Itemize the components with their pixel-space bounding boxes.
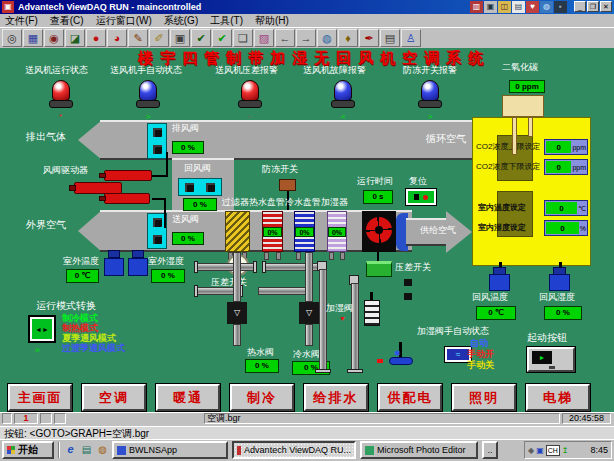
air-filter <box>225 211 250 252</box>
nav-main-screen[interactable]: 主画面 <box>8 384 72 411</box>
task-button-bwlnsapp[interactable]: BWLNSApp <box>112 441 228 459</box>
back-icon[interactable]: ← <box>275 29 295 47</box>
desktop-icon[interactable]: ▤ <box>80 443 93 456</box>
damper-blade-icon <box>153 235 162 244</box>
heart-icon[interactable]: ♥ <box>526 1 539 13</box>
unit-leg <box>296 252 301 260</box>
marker-icon[interactable]: ✒ <box>359 29 379 47</box>
hot-valve-display: 0 % <box>245 359 279 373</box>
return-temp-sensor <box>489 274 510 291</box>
pipe-segment <box>233 324 241 346</box>
menu-file[interactable]: 文件(F) <box>5 14 38 28</box>
start-menu-button[interactable]: 开始 <box>2 441 54 459</box>
snapshot-icon[interactable]: ▣ <box>170 29 190 47</box>
globe-icon[interactable]: ◍ <box>540 1 553 13</box>
palette-icon[interactable]: ▨ <box>254 29 274 47</box>
cold-water-valve[interactable]: ▽ <box>299 302 319 324</box>
more-tasks-button[interactable]: .. <box>482 441 498 459</box>
butterfly-valve[interactable] <box>389 357 413 365</box>
lamp-base <box>418 100 442 108</box>
return-damper-label: 回风阀 <box>184 164 211 173</box>
terminal-block <box>404 293 412 300</box>
picture-icon[interactable]: ▤ <box>512 1 525 13</box>
nav-refrigeration[interactable]: 制冷 <box>230 384 294 411</box>
hot-water-valve[interactable]: ▽ <box>227 302 247 324</box>
start-button[interactable]: ▸ <box>527 347 575 372</box>
bag-icon[interactable]: ♦ <box>338 29 358 47</box>
exhaust-damper[interactable] <box>147 123 167 159</box>
humid-manual-on-label: 手动开 <box>467 350 494 359</box>
room-temp-setpoint[interactable]: 0 ℃ <box>544 200 588 216</box>
return-damper[interactable] <box>178 178 222 196</box>
updown-icon[interactable]: ↥ <box>562 446 569 455</box>
supply-air-label: 供给空气 <box>420 226 456 235</box>
menu-run-window[interactable]: 运行窗口(W) <box>96 14 152 28</box>
pen-icon[interactable]: ✎ <box>128 29 148 47</box>
task-button-photo-editor[interactable]: Microsoft Photo Editor <box>360 441 478 459</box>
calculator-icon[interactable]: ▦ <box>23 29 43 47</box>
page-number-cell: 1 <box>14 413 38 424</box>
app-grid-icon[interactable]: ▥ <box>470 1 483 13</box>
indicator-label-fan-handauto: 送风机手自动状态 <box>110 66 182 75</box>
network-tray-icon[interactable]: ▣ <box>536 446 544 455</box>
folder-icon[interactable]: ◫ <box>498 1 511 13</box>
nav-lighting[interactable]: 照明 <box>452 384 516 411</box>
indicator-label-antifreeze-alarm: 防冻开关报警 <box>403 66 457 75</box>
setpoint-unit: ℃ <box>578 205 586 212</box>
nav-elevator[interactable]: 电梯 <box>526 384 590 411</box>
menu-help[interactable]: 帮助(H) <box>255 14 289 28</box>
film-icon[interactable]: ▤ <box>380 29 400 47</box>
restore-button[interactable]: ❐ <box>587 1 599 12</box>
zoom-icon[interactable]: ◎ <box>2 29 22 47</box>
lamp-mark: * <box>59 113 62 121</box>
nav-power-supply[interactable]: 供配电 <box>378 384 442 411</box>
close-button[interactable]: ✕ <box>600 1 612 12</box>
current-file-cell: 空调.bgr <box>204 413 560 424</box>
trend-icon[interactable]: ◪ <box>65 29 85 47</box>
monitor-icon[interactable]: ▣ <box>484 1 497 13</box>
antifreeze-lamp <box>418 80 442 110</box>
minimize-button[interactable]: _ <box>574 1 586 12</box>
pressure-switch-box <box>366 261 392 277</box>
task-label: BWLNSApp <box>129 445 177 455</box>
pipe-cap <box>347 369 363 373</box>
nav-heating-vent[interactable]: 暖通 <box>156 384 220 411</box>
pipe-cap <box>315 369 331 373</box>
co2-low-setpoint[interactable]: 0 ppm <box>544 159 588 175</box>
fan-pressure-lamp <box>238 80 262 110</box>
mode-switch-button[interactable]: ◄► <box>28 315 56 343</box>
network-icon[interactable]: ◍ <box>317 29 337 47</box>
ack-icon[interactable]: ✔ <box>191 29 211 47</box>
confirm-icon[interactable]: ✔ <box>212 29 232 47</box>
report-icon[interactable]: ◉ <box>44 29 64 47</box>
app-icon: ▣ <box>2 1 14 13</box>
ime-indicator[interactable]: CH <box>546 445 560 456</box>
tag-icon[interactable]: ❏ <box>233 29 253 47</box>
reset-button[interactable] <box>406 189 436 205</box>
co2-high-setpoint[interactable]: 0 ppm <box>544 139 588 155</box>
forward-icon[interactable]: → <box>296 29 316 47</box>
alarm-ball2-icon[interactable]: ◕ <box>107 29 127 47</box>
alarm-ball-icon[interactable]: ● <box>86 29 106 47</box>
return-humidity-sensor <box>549 274 570 291</box>
menu-view[interactable]: 查看(C) <box>50 14 84 28</box>
titlebar[interactable]: ▣ Advantech ViewDAQ RUN - maincontrolled… <box>0 0 614 14</box>
nav-hvac-ac[interactable]: 空调 <box>82 384 146 411</box>
menu-tools[interactable]: 工具(T) <box>210 14 243 28</box>
display-icon[interactable]: ▪ <box>554 1 567 13</box>
humidify-valve[interactable] <box>364 300 380 326</box>
task-button-viewdaq[interactable]: Advantech ViewDAQ RU... <box>232 441 356 459</box>
indicator-label-fan-fault-alarm: 送风机故障报警 <box>303 66 366 75</box>
setpoint-value: 0 <box>546 202 577 214</box>
ie-icon[interactable]: e <box>64 443 77 456</box>
menu-system[interactable]: 系统(G) <box>164 14 198 28</box>
nav-water-drainage[interactable]: 给排水 <box>304 384 368 411</box>
edit-icon[interactable]: ✐ <box>149 29 169 47</box>
tray-clock[interactable]: 8:45 <box>590 445 608 455</box>
user-icon[interactable]: ♙ <box>401 29 421 47</box>
runtime-label: 运行时间 <box>357 177 393 186</box>
channels-icon[interactable]: ◍ <box>96 443 109 456</box>
room-humidity-setpoint[interactable]: 0 % <box>544 220 588 236</box>
fan-run-lamp <box>49 80 73 110</box>
volume-icon[interactable]: ◆ <box>528 446 534 455</box>
